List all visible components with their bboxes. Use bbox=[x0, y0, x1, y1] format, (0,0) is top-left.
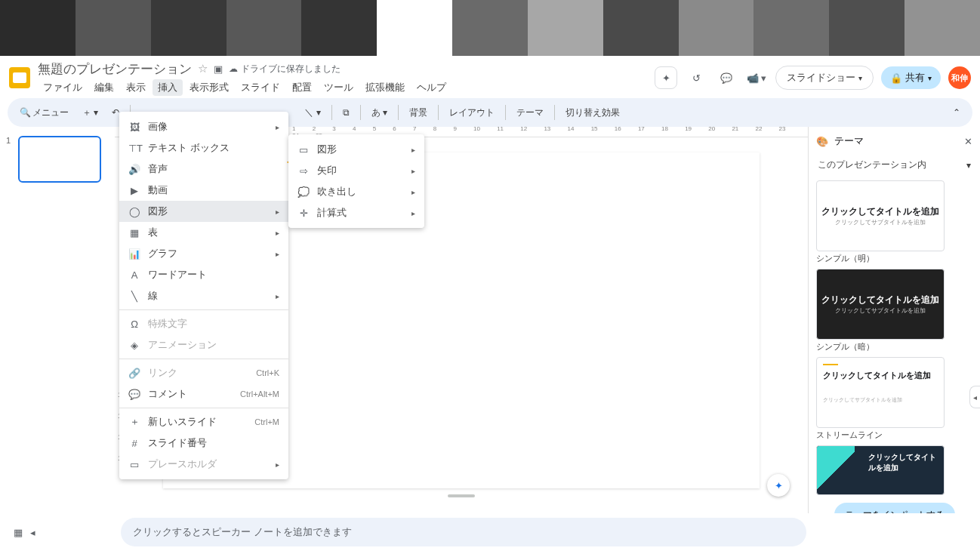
plus-icon: ＋ bbox=[128, 415, 140, 429]
new-slide-button[interactable]: ＋ ▾ bbox=[78, 103, 103, 122]
menu-help[interactable]: ヘルプ bbox=[411, 79, 451, 96]
toolbar: 🔍 メニュー ＋ ▾ ↶ ＼ ▾ ⧉ あ ▾ 背景 レイアウト テーマ 切り替え… bbox=[8, 98, 972, 127]
animation-icon: ◈ bbox=[128, 340, 140, 351]
share-button[interactable]: 🔒 共有 ▾ bbox=[881, 66, 941, 89]
insert-audio[interactable]: 🔊音声 bbox=[119, 159, 288, 180]
theme-focus[interactable]: クリックしてタイトルを追加 bbox=[816, 445, 945, 495]
menu-slide[interactable]: スライド bbox=[236, 79, 285, 96]
insert-shape[interactable]: ◯図形▸ bbox=[119, 201, 288, 222]
layout-button[interactable]: レイアウト bbox=[445, 103, 499, 122]
insert-slidenum[interactable]: #スライド番号 bbox=[119, 432, 288, 454]
image-icon: 🖼 bbox=[128, 122, 140, 133]
insert-animation[interactable]: ◈アニメーション bbox=[119, 334, 288, 356]
background-button[interactable]: 背景 bbox=[405, 103, 432, 122]
notes-drag-handle[interactable] bbox=[448, 494, 475, 497]
line-tool[interactable]: ＼ ▾ bbox=[300, 103, 325, 122]
themes-section-toggle[interactable]: このプレゼンテーション内 ▾ bbox=[816, 154, 972, 176]
insert-chart[interactable]: 📊グラフ▸ bbox=[119, 243, 288, 264]
callout-icon: 💭 bbox=[297, 186, 310, 198]
menu-tools[interactable]: ツール bbox=[319, 79, 359, 96]
insert-line[interactable]: ╲線▸ bbox=[119, 285, 288, 306]
menu-edit[interactable]: 編集 bbox=[89, 79, 119, 96]
insert-video[interactable]: ▶動画 bbox=[119, 180, 288, 201]
app-header: 無題のプレゼンテーション ☆ ▣ ☁ ドライブに保存しました ファイル 編集 表… bbox=[0, 56, 980, 95]
themes-title: テーマ bbox=[834, 134, 864, 148]
chevron-down-icon: ▾ bbox=[858, 74, 862, 82]
chevron-down-icon: ▾ bbox=[966, 160, 971, 171]
slide-filmstrip: 1 bbox=[0, 127, 115, 513]
lang-tool[interactable]: あ ▾ bbox=[367, 103, 392, 122]
rect-icon: ▭ bbox=[297, 144, 310, 155]
theme-label: シンプル（明） bbox=[816, 253, 972, 264]
explore-fab[interactable]: ✦ bbox=[767, 474, 790, 497]
comments-icon[interactable]: 💬 bbox=[715, 66, 738, 89]
menu-insert[interactable]: 挿入 bbox=[153, 79, 183, 96]
shape-submenu: ▭図形▸ ⇨矢印▸ 💭吹き出し▸ ✛計算式▸ bbox=[288, 134, 424, 228]
grid-view-icon[interactable]: ▦ bbox=[14, 527, 23, 538]
insert-placeholder[interactable]: ▭プレースホルダ▸ bbox=[119, 454, 288, 475]
shape-shapes[interactable]: ▭図形▸ bbox=[288, 139, 424, 160]
menu-extensions[interactable]: 拡張機能 bbox=[360, 79, 410, 96]
line-icon: ╲ bbox=[128, 291, 140, 302]
avatar[interactable]: 和伸 bbox=[948, 66, 971, 89]
wordart-icon: A bbox=[128, 269, 140, 281]
menu-format[interactable]: 表示形式 bbox=[184, 79, 234, 96]
collapse-filmstrip-icon[interactable]: ◂ bbox=[30, 527, 35, 538]
insert-table[interactable]: ▦表▸ bbox=[119, 222, 288, 243]
menu-view[interactable]: 表示 bbox=[121, 79, 151, 96]
audio-icon: 🔊 bbox=[128, 164, 140, 175]
shape-arrows[interactable]: ⇨矢印▸ bbox=[288, 160, 424, 181]
menu-arrange[interactable]: 配置 bbox=[287, 79, 317, 96]
speaker-notes-input[interactable]: クリックするとスピーカー ノートを追加できます bbox=[121, 518, 806, 546]
meet-icon[interactable]: 📹 ▾ bbox=[745, 66, 768, 89]
placeholder-icon: ▭ bbox=[128, 459, 140, 470]
slide-number: 1 bbox=[6, 136, 14, 183]
special-icon: Ω bbox=[128, 319, 140, 330]
insert-image[interactable]: 🖼画像▸ bbox=[119, 116, 288, 137]
slides-logo bbox=[9, 67, 30, 88]
close-icon[interactable]: ✕ bbox=[964, 136, 972, 147]
video-icon: ▶ bbox=[128, 185, 140, 196]
insert-special[interactable]: Ω特殊文字 bbox=[119, 313, 288, 334]
document-title[interactable]: 無題のプレゼンテーション bbox=[38, 60, 192, 78]
browser-tab-strip bbox=[0, 0, 980, 56]
slideshow-button[interactable]: スライドショー▾ bbox=[775, 66, 874, 90]
gemini-icon[interactable]: ✦ bbox=[655, 66, 677, 89]
chevron-down-icon: ▾ bbox=[928, 74, 932, 82]
insert-comment[interactable]: 💬コメントCtrl+Alt+M bbox=[119, 383, 288, 405]
shape-icon: ◯ bbox=[128, 206, 140, 217]
theme-label: シンプル（暗） bbox=[816, 341, 972, 352]
insert-newslide[interactable]: ＋新しいスライドCtrl+M bbox=[119, 411, 288, 432]
menu-file[interactable]: ファイル bbox=[38, 79, 88, 96]
side-panel-toggle[interactable]: ◂ bbox=[969, 386, 980, 408]
folder-icon[interactable]: ▣ bbox=[214, 63, 223, 75]
thumb-preview bbox=[18, 136, 101, 183]
theme-button[interactable]: テーマ bbox=[512, 103, 548, 122]
equation-icon: ✛ bbox=[297, 208, 310, 219]
textbox-icon: ⊤T bbox=[128, 143, 140, 154]
shape-callouts[interactable]: 💭吹き出し▸ bbox=[288, 181, 424, 202]
insert-dropdown: 🖼画像▸ ⊤Tテキスト ボックス 🔊音声 ▶動画 ◯図形▸ ▦表▸ 📊グラフ▸ … bbox=[119, 112, 288, 479]
theme-label: ストリームライン bbox=[816, 429, 972, 441]
transition-button[interactable]: 切り替え効果 bbox=[561, 103, 624, 122]
theme-simple-dark[interactable]: クリックしてタイトルを追加 クリックしてサブタイトルを追加 bbox=[816, 269, 945, 340]
history-icon[interactable]: ↺ bbox=[685, 66, 707, 89]
arrow-icon: ⇨ bbox=[297, 165, 310, 177]
search-menu[interactable]: 🔍 メニュー bbox=[15, 103, 73, 122]
insert-textbox[interactable]: ⊤Tテキスト ボックス bbox=[119, 137, 288, 159]
insert-link[interactable]: 🔗リンクCtrl+K bbox=[119, 362, 288, 383]
lock-icon: 🔒 bbox=[890, 72, 902, 84]
shape-equation[interactable]: ✛計算式▸ bbox=[288, 202, 424, 223]
table-icon: ▦ bbox=[128, 227, 140, 239]
insert-wordart[interactable]: Aワードアート bbox=[119, 264, 288, 285]
star-icon[interactable]: ☆ bbox=[198, 62, 208, 75]
save-status: ☁ ドライブに保存しました bbox=[229, 63, 341, 75]
slide-thumbnail-1[interactable]: 1 bbox=[6, 136, 109, 183]
import-theme-button[interactable]: テーマをインポートする bbox=[834, 503, 955, 513]
theme-simple-light[interactable]: クリックしてタイトルを追加 クリックしてサブタイトルを追加 bbox=[816, 180, 945, 251]
textbox-tool[interactable]: ⧉ bbox=[338, 104, 354, 121]
link-icon: 🔗 bbox=[128, 368, 140, 379]
hash-icon: # bbox=[128, 438, 140, 449]
theme-streamline[interactable]: クリックしてタイトルを追加 クリックしてサブタイトルを追加 bbox=[816, 357, 945, 428]
collapse-toolbar-button[interactable]: ⌃ bbox=[948, 104, 965, 121]
